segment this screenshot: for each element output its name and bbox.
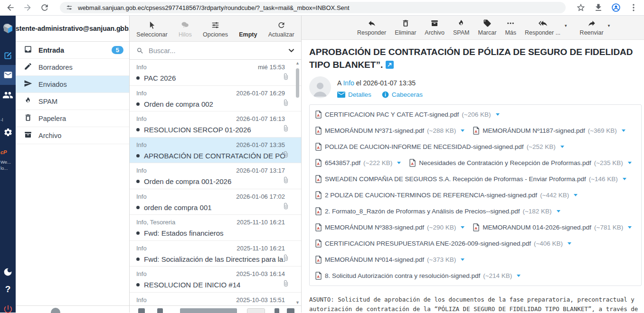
message-row[interactable]: Info 2025-11-10 16:21 Fwd: Socialización… — [130, 241, 301, 267]
reply-all-icon — [537, 19, 549, 28]
attachment-chip[interactable]: A MEMORÁNDUM Nº1187-signed.pdf (~369 KB) — [473, 127, 625, 135]
message-row[interactable]: Info, Tesoreria 2025-11-10 16:21 Fwd: Es… — [130, 215, 301, 241]
folder-item[interactable]: SPAM — [16, 93, 129, 110]
info-icon — [382, 91, 389, 98]
attachment-menu-caret-icon[interactable] — [461, 258, 464, 261]
spam-button[interactable]: SPAM — [449, 16, 474, 39]
more-button[interactable]: Más — [501, 16, 521, 39]
archive-button[interactable]: Archivo — [420, 16, 449, 39]
attachment-menu-caret-icon[interactable] — [560, 146, 564, 148]
open-external-icon[interactable] — [386, 59, 394, 72]
menu-kebab-icon[interactable] — [629, 3, 638, 12]
delete-button[interactable]: Eliminar — [390, 16, 420, 39]
attachment-chip[interactable]: A MEMORÁNDUM Nº014-signed.pdf (~373 KB) — [315, 256, 464, 264]
webmail-logo[interactable] — [0, 23, 16, 35]
search-input[interactable] — [149, 47, 284, 55]
account-menu-kebab-icon[interactable] — [118, 25, 124, 32]
attachment-chip[interactable]: A CERTIFICACION PAC Y CATE ACT-signed.pd… — [315, 110, 500, 119]
message-subject: Orden de compra 002 — [144, 100, 213, 108]
address-bar[interactable]: webmail.sanjuan.gob.ec/cpsess2977418567/… — [60, 2, 566, 13]
attachment-chip[interactable]: A MEMORÁNDUM Nº383-signed.pdf (~290 KB) — [315, 223, 464, 231]
attachment-chip[interactable]: A SWEADEN COMPAÑIA DE SEGUROS S.A. Recep… — [315, 175, 626, 183]
downloads-icon[interactable] — [594, 3, 603, 12]
message-row[interactable]: Info 2026-01-07 13:17 Orden de compra 00… — [130, 163, 301, 189]
forward-caret-icon[interactable]: ▾ — [608, 23, 610, 39]
forward-button[interactable]: Reenviar — [576, 16, 608, 39]
attachment-menu-caret-icon[interactable] — [397, 162, 401, 164]
help-icon[interactable]: ? — [0, 284, 16, 295]
bookmark-star-icon[interactable] — [576, 3, 586, 12]
message-row[interactable]: Info mié 15:53 PAC 2026 — [130, 60, 301, 86]
logout-power-icon[interactable] — [0, 304, 16, 313]
folder-item[interactable]: Papelera — [16, 110, 129, 127]
empty-folder-button[interactable]: Empty — [235, 16, 261, 41]
attachment-chip[interactable]: A 6543857.pdf (~222 KB) — [315, 159, 401, 167]
attachment-menu-caret-icon[interactable] — [628, 226, 632, 229]
rail-partial-label: -l — [0, 117, 16, 122]
attachment-menu-caret-icon[interactable] — [622, 129, 625, 132]
scroll-up-arrow[interactable]: ▲ — [294, 61, 301, 65]
back-icon[interactable] — [6, 3, 15, 12]
select-button[interactable]: Seleccionar — [132, 16, 171, 41]
url-text[interactable]: webmail.sanjuan.gob.ec/cpsess2977418567/… — [78, 4, 350, 11]
rail-contacts-icon[interactable] — [0, 90, 16, 101]
rail-settings-icon[interactable] — [0, 128, 16, 137]
reply-all-caret-icon[interactable]: ▾ — [565, 23, 567, 39]
message-row[interactable]: Info 2026-01-06 17:02 orden de compra 00… — [130, 189, 301, 215]
folder-item[interactable]: Entrada 5 — [16, 42, 129, 59]
folder-item[interactable]: Archivo — [16, 127, 129, 144]
attachment-menu-caret-icon[interactable] — [574, 194, 578, 196]
attachment-menu-caret-icon[interactable] — [517, 275, 521, 277]
attachment-chip[interactable]: A Necesidades de Contratación y Recepció… — [409, 159, 632, 167]
svg-text:A: A — [317, 162, 320, 166]
scroll-down-arrow[interactable]: ▼ — [294, 300, 301, 305]
search-chevron-down-icon[interactable] — [288, 48, 294, 53]
details-link[interactable]: Detalles — [337, 91, 371, 98]
mark-button[interactable]: Marcar — [474, 16, 501, 39]
message-row[interactable]: Info 2026-01-07 16:29 Orden de compra 00… — [130, 86, 301, 112]
account-header[interactable]: stente-administrativo@sanjuan.gob.ec — [16, 16, 129, 42]
attachment-menu-caret-icon[interactable] — [568, 242, 571, 245]
headers-link[interactable]: Cabeceras — [382, 91, 423, 98]
folder-item[interactable]: Enviados — [16, 76, 129, 93]
attachment-menu-caret-icon[interactable] — [461, 226, 464, 229]
recipient-link[interactable]: Info — [343, 79, 354, 87]
dark-mode-moon-icon[interactable] — [0, 267, 16, 277]
attachment-chip[interactable]: A 8. Solicitud Autorización contra y res… — [315, 272, 521, 280]
list-scrollbar[interactable]: ▲ ▼ — [294, 61, 301, 305]
scroll-thumb[interactable] — [296, 68, 299, 98]
attachment-menu-caret-icon[interactable] — [628, 162, 632, 164]
reply-all-button[interactable]: Responder ... — [521, 16, 565, 39]
cpanel-logo[interactable]: cP — [0, 149, 16, 155]
attachment-name: Necesidades de Contratación y Recepción … — [419, 159, 591, 166]
message-row[interactable]: Info 2026-01-07 13:35 APROBACIÓN DE CONT… — [130, 138, 301, 164]
forward-icon[interactable] — [23, 3, 32, 12]
attachment-menu-caret-icon[interactable] — [461, 129, 464, 132]
attachment-chip[interactable]: A MEMORÁNDUM Nº371-signed.pdf (~288 KB) — [315, 127, 464, 135]
attachment-menu-caret-icon[interactable] — [623, 178, 626, 180]
attachment-chip[interactable]: A POLIZA DE CAUCION-INFORME DE NECESIDAD… — [315, 143, 564, 151]
site-settings-icon[interactable] — [66, 4, 73, 11]
attachment-chip[interactable]: A MEMORANDUM 014-2026-signed.pdf (~781 K… — [473, 223, 632, 231]
svg-text:A: A — [317, 178, 320, 182]
unread-bullet — [136, 231, 140, 235]
message-row[interactable]: Info 2025-10-03 16:14 RESOLUCION DE INIC… — [130, 267, 301, 293]
attachment-menu-caret-icon[interactable] — [496, 113, 500, 116]
attachment-menu-caret-icon[interactable] — [557, 210, 560, 212]
message-recipients: Info — [136, 115, 147, 122]
folder-item[interactable]: Borradores — [16, 59, 129, 76]
compose-icon[interactable] — [0, 51, 16, 61]
attachment-chip[interactable]: A 2. Formato_8_Razón de Proformas y Anál… — [315, 207, 560, 215]
pdf-file-icon: A — [315, 239, 322, 248]
profile-icon[interactable] — [611, 3, 621, 12]
message-row[interactable]: Info 2026-01-07 16:13 RESOLUCION SERCOP … — [130, 111, 301, 138]
attachment-chip[interactable]: A 2 POLIZA DE CAUCION-TERMINOS DE REFERE… — [315, 191, 578, 199]
reload-icon[interactable] — [40, 3, 49, 12]
attachment-chip[interactable]: A CERTIFICACION PRESUPUESTARIA ENE-2026-… — [315, 239, 571, 248]
footer-sort-icon — [157, 308, 163, 313]
rail-mail-item[interactable] — [0, 65, 16, 85]
refresh-button[interactable]: Actualizar — [264, 16, 299, 41]
options-button[interactable]: Opciones — [199, 16, 232, 41]
reply-button[interactable]: Responder — [353, 16, 390, 39]
unread-badge: 5 — [112, 46, 123, 54]
